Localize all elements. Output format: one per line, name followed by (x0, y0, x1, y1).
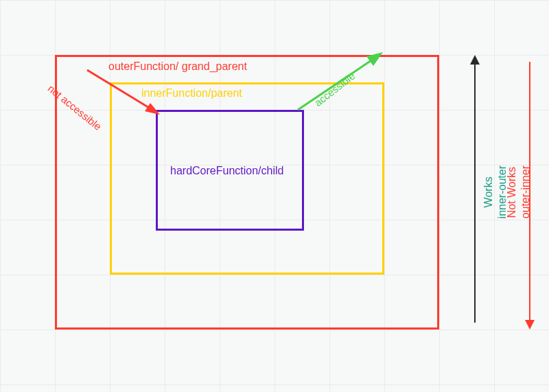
svg-marker-1 (145, 103, 160, 115)
works-title: Works (482, 176, 494, 207)
diagram-canvas: { "boxes":{ "outer":"outerFunction/ gran… (0, 0, 549, 392)
hardcore-function-label: hardCoreFunction/child (170, 165, 283, 177)
not-works-title: Not Works (506, 167, 517, 218)
svg-marker-3 (366, 52, 383, 66)
accessible-arrow (295, 49, 384, 113)
not-accessible-arrow (86, 69, 161, 117)
not-works-sub: outer-inner (519, 165, 531, 218)
svg-line-2 (298, 59, 373, 110)
not-works-caption: Not Works outer-inner (505, 55, 533, 330)
svg-line-0 (87, 70, 150, 108)
